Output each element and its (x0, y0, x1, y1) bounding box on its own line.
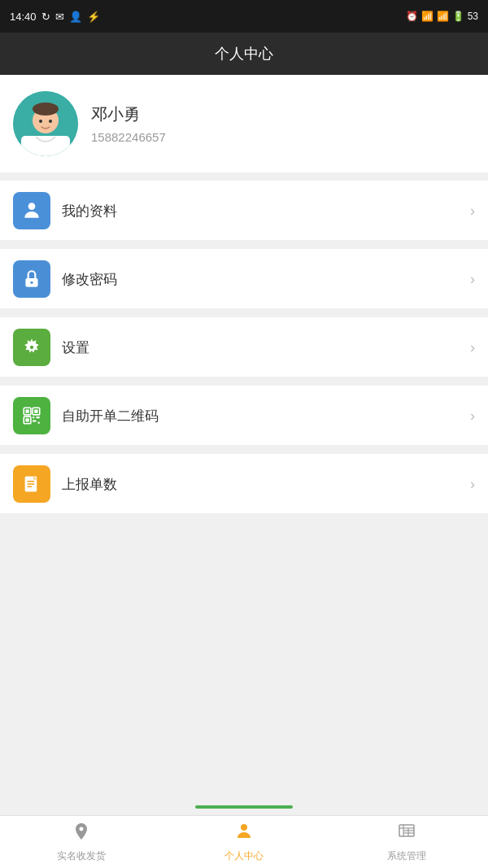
svg-rect-15 (34, 409, 37, 412)
svg-point-11 (30, 346, 33, 349)
page-header: 个人中心 (0, 33, 488, 75)
qrcode-label: 自助开单二维码 (62, 407, 459, 425)
change-password-icon (13, 260, 50, 298)
svg-point-3 (33, 103, 59, 116)
nav-system-label: 系统管理 (387, 849, 426, 863)
chevron-right-icon: › (470, 339, 475, 356)
battery-level: 53 (468, 11, 478, 22)
refresh-icon: ↻ (41, 11, 50, 23)
chevron-right-icon: › (470, 476, 475, 493)
email-icon: ✉ (55, 11, 64, 23)
chevron-right-icon: › (470, 203, 475, 220)
profile-phone: 15882246657 (91, 130, 166, 144)
menu-item-qrcode[interactable]: 自助开单二维码 › (0, 386, 488, 446)
bottom-navigation: 实名收发货 个人中心 系统管理 (0, 815, 488, 868)
nav-item-shipping[interactable]: 实名收发货 (0, 816, 163, 868)
menu-item-settings[interactable]: 设置 › (0, 317, 488, 377)
svg-point-4 (39, 120, 42, 123)
status-right: ⏰ 📶 📶 🔋 53 (406, 11, 478, 22)
svg-rect-20 (33, 420, 36, 421)
status-left: 14:40 ↻ ✉ 👤 ⚡ (10, 11, 100, 23)
svg-rect-19 (36, 417, 39, 418)
section-divider-5 (0, 446, 488, 454)
chevron-right-icon: › (470, 408, 475, 425)
report-count-label: 上报单数 (62, 475, 459, 494)
svg-point-6 (28, 203, 36, 210)
nav-personal-label: 个人中心 (224, 849, 264, 863)
section-divider-3 (0, 309, 488, 317)
location-icon (72, 822, 91, 846)
status-bar: 14:40 ↻ ✉ 👤 ⚡ ⏰ 📶 📶 🔋 53 (0, 0, 488, 33)
profile-info: 邓小勇 15882246657 (91, 103, 166, 144)
svg-rect-17 (25, 418, 28, 421)
svg-rect-13 (25, 409, 28, 412)
settings-icon (13, 329, 50, 366)
report-count-icon (13, 465, 50, 503)
battery-icon: 🔋 (452, 11, 464, 22)
person-active-icon (234, 822, 254, 846)
settings-label: 设置 (62, 338, 459, 357)
svg-rect-1 (21, 136, 70, 156)
section-divider-4 (0, 377, 488, 386)
avatar (13, 91, 78, 156)
section-divider-1 (0, 172, 488, 181)
section-divider-2 (0, 241, 488, 249)
menu-item-my-profile[interactable]: 我的资料 › (0, 181, 488, 241)
content-spacer (0, 514, 488, 815)
qrcode-icon (13, 397, 50, 434)
nav-shipping-label: 实名收发货 (57, 849, 106, 863)
my-profile-icon (13, 192, 50, 229)
svg-rect-18 (33, 417, 34, 418)
nav-item-personal-center[interactable]: 个人中心 (163, 816, 325, 868)
wifi-icon: 📶 (421, 11, 434, 22)
status-time: 14:40 (10, 11, 37, 23)
signal-icon: 📶 (437, 11, 449, 22)
menu-item-report-count[interactable]: 上报单数 › (0, 454, 488, 514)
nav-item-system-management[interactable]: 系统管理 (325, 816, 488, 868)
my-profile-label: 我的资料 (62, 202, 459, 220)
system-icon (397, 822, 416, 846)
svg-point-27 (241, 824, 247, 831)
profile-name: 邓小勇 (91, 103, 166, 125)
alarm-icon: ⏰ (406, 11, 418, 22)
page-title: 个人中心 (215, 46, 273, 62)
menu-item-change-password[interactable]: 修改密码 › (0, 249, 488, 309)
profile-section: 邓小勇 15882246657 (0, 75, 488, 172)
usb-icon: ⚡ (87, 11, 100, 23)
svg-point-5 (49, 120, 52, 123)
home-indicator (195, 805, 293, 809)
svg-rect-21 (38, 422, 40, 424)
change-password-label: 修改密码 (62, 270, 459, 289)
person-icon: 👤 (69, 11, 82, 23)
chevron-right-icon: › (470, 271, 475, 288)
svg-point-8 (30, 281, 33, 284)
avatar-image (13, 91, 78, 156)
